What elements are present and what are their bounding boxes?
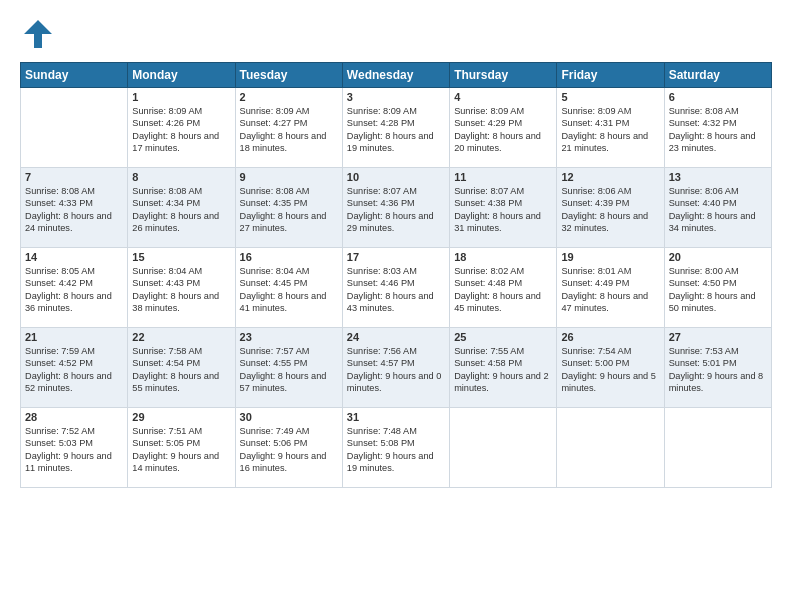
cell-content: Sunrise: 7:57 AMSunset: 4:55 PMDaylight:… (240, 345, 338, 395)
cell-content: Sunrise: 7:49 AMSunset: 5:06 PMDaylight:… (240, 425, 338, 475)
calendar-cell: 19Sunrise: 8:01 AMSunset: 4:49 PMDayligh… (557, 248, 664, 328)
day-number: 12 (561, 171, 659, 183)
calendar-cell: 25Sunrise: 7:55 AMSunset: 4:58 PMDayligh… (450, 328, 557, 408)
calendar-table: SundayMondayTuesdayWednesdayThursdayFrid… (20, 62, 772, 488)
col-header-monday: Monday (128, 63, 235, 88)
day-number: 24 (347, 331, 445, 343)
cell-content: Sunrise: 7:48 AMSunset: 5:08 PMDaylight:… (347, 425, 445, 475)
cell-content: Sunrise: 8:09 AMSunset: 4:29 PMDaylight:… (454, 105, 552, 155)
calendar-cell: 5Sunrise: 8:09 AMSunset: 4:31 PMDaylight… (557, 88, 664, 168)
calendar-cell (557, 408, 664, 488)
day-number: 13 (669, 171, 767, 183)
calendar-cell: 29Sunrise: 7:51 AMSunset: 5:05 PMDayligh… (128, 408, 235, 488)
day-number: 25 (454, 331, 552, 343)
calendar-cell: 31Sunrise: 7:48 AMSunset: 5:08 PMDayligh… (342, 408, 449, 488)
day-number: 1 (132, 91, 230, 103)
logo-icon (20, 16, 56, 52)
cell-content: Sunrise: 8:06 AMSunset: 4:39 PMDaylight:… (561, 185, 659, 235)
calendar-week-row: 7Sunrise: 8:08 AMSunset: 4:33 PMDaylight… (21, 168, 772, 248)
cell-content: Sunrise: 7:53 AMSunset: 5:01 PMDaylight:… (669, 345, 767, 395)
calendar-cell: 15Sunrise: 8:04 AMSunset: 4:43 PMDayligh… (128, 248, 235, 328)
calendar-cell: 16Sunrise: 8:04 AMSunset: 4:45 PMDayligh… (235, 248, 342, 328)
svg-marker-0 (24, 20, 52, 48)
day-number: 30 (240, 411, 338, 423)
cell-content: Sunrise: 7:56 AMSunset: 4:57 PMDaylight:… (347, 345, 445, 395)
calendar-cell: 7Sunrise: 8:08 AMSunset: 4:33 PMDaylight… (21, 168, 128, 248)
day-number: 9 (240, 171, 338, 183)
calendar-cell: 8Sunrise: 8:08 AMSunset: 4:34 PMDaylight… (128, 168, 235, 248)
calendar-cell: 21Sunrise: 7:59 AMSunset: 4:52 PMDayligh… (21, 328, 128, 408)
day-number: 6 (669, 91, 767, 103)
day-number: 3 (347, 91, 445, 103)
calendar-cell: 23Sunrise: 7:57 AMSunset: 4:55 PMDayligh… (235, 328, 342, 408)
cell-content: Sunrise: 8:00 AMSunset: 4:50 PMDaylight:… (669, 265, 767, 315)
cell-content: Sunrise: 8:09 AMSunset: 4:28 PMDaylight:… (347, 105, 445, 155)
calendar-cell: 27Sunrise: 7:53 AMSunset: 5:01 PMDayligh… (664, 328, 771, 408)
cell-content: Sunrise: 8:08 AMSunset: 4:32 PMDaylight:… (669, 105, 767, 155)
calendar-cell: 4Sunrise: 8:09 AMSunset: 4:29 PMDaylight… (450, 88, 557, 168)
cell-content: Sunrise: 8:08 AMSunset: 4:34 PMDaylight:… (132, 185, 230, 235)
day-number: 2 (240, 91, 338, 103)
calendar-week-row: 28Sunrise: 7:52 AMSunset: 5:03 PMDayligh… (21, 408, 772, 488)
day-number: 14 (25, 251, 123, 263)
calendar-week-row: 21Sunrise: 7:59 AMSunset: 4:52 PMDayligh… (21, 328, 772, 408)
calendar-cell: 9Sunrise: 8:08 AMSunset: 4:35 PMDaylight… (235, 168, 342, 248)
day-number: 15 (132, 251, 230, 263)
day-number: 5 (561, 91, 659, 103)
calendar-week-row: 14Sunrise: 8:05 AMSunset: 4:42 PMDayligh… (21, 248, 772, 328)
calendar-cell: 24Sunrise: 7:56 AMSunset: 4:57 PMDayligh… (342, 328, 449, 408)
day-number: 16 (240, 251, 338, 263)
calendar-week-row: 1Sunrise: 8:09 AMSunset: 4:26 PMDaylight… (21, 88, 772, 168)
day-number: 28 (25, 411, 123, 423)
cell-content: Sunrise: 8:01 AMSunset: 4:49 PMDaylight:… (561, 265, 659, 315)
calendar-cell: 18Sunrise: 8:02 AMSunset: 4:48 PMDayligh… (450, 248, 557, 328)
calendar-cell: 1Sunrise: 8:09 AMSunset: 4:26 PMDaylight… (128, 88, 235, 168)
calendar-cell: 30Sunrise: 7:49 AMSunset: 5:06 PMDayligh… (235, 408, 342, 488)
day-number: 10 (347, 171, 445, 183)
calendar-cell: 28Sunrise: 7:52 AMSunset: 5:03 PMDayligh… (21, 408, 128, 488)
day-number: 19 (561, 251, 659, 263)
main-container: SundayMondayTuesdayWednesdayThursdayFrid… (0, 0, 792, 498)
cell-content: Sunrise: 8:07 AMSunset: 4:38 PMDaylight:… (454, 185, 552, 235)
calendar-cell: 3Sunrise: 8:09 AMSunset: 4:28 PMDaylight… (342, 88, 449, 168)
col-header-friday: Friday (557, 63, 664, 88)
cell-content: Sunrise: 8:04 AMSunset: 4:43 PMDaylight:… (132, 265, 230, 315)
cell-content: Sunrise: 8:07 AMSunset: 4:36 PMDaylight:… (347, 185, 445, 235)
cell-content: Sunrise: 7:54 AMSunset: 5:00 PMDaylight:… (561, 345, 659, 395)
cell-content: Sunrise: 8:06 AMSunset: 4:40 PMDaylight:… (669, 185, 767, 235)
cell-content: Sunrise: 7:59 AMSunset: 4:52 PMDaylight:… (25, 345, 123, 395)
calendar-cell: 14Sunrise: 8:05 AMSunset: 4:42 PMDayligh… (21, 248, 128, 328)
col-header-thursday: Thursday (450, 63, 557, 88)
cell-content: Sunrise: 8:05 AMSunset: 4:42 PMDaylight:… (25, 265, 123, 315)
col-header-saturday: Saturday (664, 63, 771, 88)
calendar-cell: 20Sunrise: 8:00 AMSunset: 4:50 PMDayligh… (664, 248, 771, 328)
calendar-cell: 13Sunrise: 8:06 AMSunset: 4:40 PMDayligh… (664, 168, 771, 248)
cell-content: Sunrise: 8:09 AMSunset: 4:27 PMDaylight:… (240, 105, 338, 155)
calendar-cell (21, 88, 128, 168)
cell-content: Sunrise: 8:02 AMSunset: 4:48 PMDaylight:… (454, 265, 552, 315)
day-number: 23 (240, 331, 338, 343)
calendar-cell: 17Sunrise: 8:03 AMSunset: 4:46 PMDayligh… (342, 248, 449, 328)
calendar-cell: 26Sunrise: 7:54 AMSunset: 5:00 PMDayligh… (557, 328, 664, 408)
col-header-tuesday: Tuesday (235, 63, 342, 88)
cell-content: Sunrise: 7:58 AMSunset: 4:54 PMDaylight:… (132, 345, 230, 395)
day-number: 20 (669, 251, 767, 263)
calendar-cell: 11Sunrise: 8:07 AMSunset: 4:38 PMDayligh… (450, 168, 557, 248)
cell-content: Sunrise: 8:08 AMSunset: 4:33 PMDaylight:… (25, 185, 123, 235)
calendar-header-row: SundayMondayTuesdayWednesdayThursdayFrid… (21, 63, 772, 88)
cell-content: Sunrise: 8:09 AMSunset: 4:26 PMDaylight:… (132, 105, 230, 155)
calendar-cell (664, 408, 771, 488)
calendar-cell: 6Sunrise: 8:08 AMSunset: 4:32 PMDaylight… (664, 88, 771, 168)
day-number: 8 (132, 171, 230, 183)
col-header-wednesday: Wednesday (342, 63, 449, 88)
cell-content: Sunrise: 7:51 AMSunset: 5:05 PMDaylight:… (132, 425, 230, 475)
day-number: 21 (25, 331, 123, 343)
cell-content: Sunrise: 7:55 AMSunset: 4:58 PMDaylight:… (454, 345, 552, 395)
day-number: 17 (347, 251, 445, 263)
day-number: 31 (347, 411, 445, 423)
day-number: 11 (454, 171, 552, 183)
cell-content: Sunrise: 8:03 AMSunset: 4:46 PMDaylight:… (347, 265, 445, 315)
day-number: 29 (132, 411, 230, 423)
col-header-sunday: Sunday (21, 63, 128, 88)
day-number: 26 (561, 331, 659, 343)
